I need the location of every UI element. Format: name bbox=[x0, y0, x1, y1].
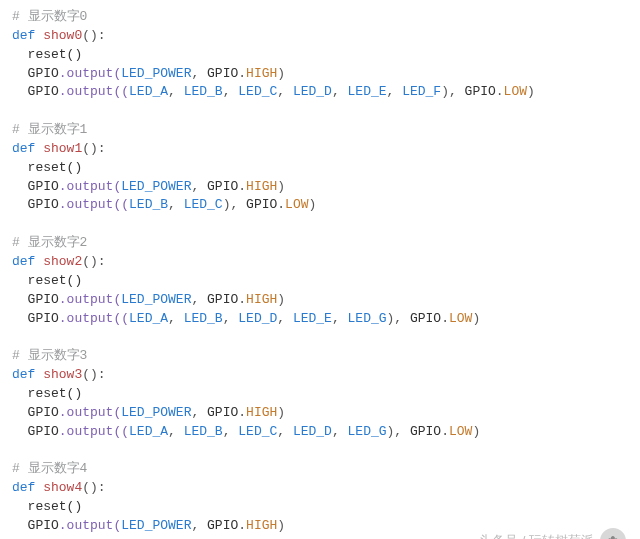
signature: (): bbox=[82, 254, 105, 269]
ident-gpio: GPIO bbox=[28, 518, 59, 533]
call-reset: reset() bbox=[28, 160, 83, 175]
ident-gpio: GPIO bbox=[207, 179, 238, 194]
blank-line bbox=[12, 328, 628, 347]
ident-gpio: GPIO bbox=[207, 292, 238, 307]
const-led-pin: LED_A bbox=[129, 424, 168, 439]
const-led-pin: LED_A bbox=[129, 311, 168, 326]
const-led-pin: LED_E bbox=[348, 84, 387, 99]
code-def-line: def show1(): bbox=[12, 140, 628, 159]
function-name: show2 bbox=[43, 254, 82, 269]
code-call-power: GPIO.output(LED_POWER, GPIO.HIGH) bbox=[12, 65, 628, 84]
code-def-line: def show0(): bbox=[12, 27, 628, 46]
const-led-pin: LED_D bbox=[238, 311, 277, 326]
method-output: .output( bbox=[59, 292, 121, 307]
blank-line bbox=[12, 102, 628, 121]
ident-gpio: GPIO bbox=[28, 84, 59, 99]
const-led-pin: LED_C bbox=[238, 84, 277, 99]
code-comment: # 显示数字4 bbox=[12, 460, 628, 479]
signature: (): bbox=[82, 28, 105, 43]
ident-gpio: GPIO bbox=[207, 66, 238, 81]
ident-gpio: GPIO bbox=[410, 424, 441, 439]
call-reset: reset() bbox=[28, 386, 83, 401]
const-low: LOW bbox=[449, 311, 472, 326]
function-name: show1 bbox=[43, 141, 82, 156]
code-def-line: def show4(): bbox=[12, 479, 628, 498]
signature: (): bbox=[82, 141, 105, 156]
code-call-power: GPIO.output(LED_POWER, GPIO.HIGH) bbox=[12, 178, 628, 197]
method-output: .output(( bbox=[59, 197, 129, 212]
ident-gpio: GPIO bbox=[410, 311, 441, 326]
function-name: show3 bbox=[43, 367, 82, 382]
ident-gpio: GPIO bbox=[28, 292, 59, 307]
code-call-power: GPIO.output(LED_POWER, GPIO.HIGH) bbox=[12, 291, 628, 310]
code-call-power: GPIO.output(LED_POWER, GPIO.HIGH) bbox=[12, 517, 628, 536]
keyword-def: def bbox=[12, 480, 35, 495]
const-led-pin: LED_B bbox=[184, 311, 223, 326]
const-led-power: LED_POWER bbox=[121, 66, 191, 81]
ident-gpio: GPIO bbox=[465, 84, 496, 99]
method-output: .output( bbox=[59, 405, 121, 420]
method-output: .output( bbox=[59, 518, 121, 533]
function-name: show0 bbox=[43, 28, 82, 43]
code-call-reset: reset() bbox=[12, 272, 628, 291]
const-high: HIGH bbox=[246, 292, 277, 307]
const-led-power: LED_POWER bbox=[121, 179, 191, 194]
code-call-output: GPIO.output((LED_B, LED_C), GPIO.LOW) bbox=[12, 196, 628, 215]
code-block: # 显示数字0def show0():reset()GPIO.output(LE… bbox=[12, 8, 628, 539]
const-led-power: LED_POWER bbox=[121, 292, 191, 307]
code-call-reset: reset() bbox=[12, 159, 628, 178]
signature: (): bbox=[82, 367, 105, 382]
signature: (): bbox=[82, 480, 105, 495]
ident-gpio: GPIO bbox=[28, 197, 59, 212]
const-led-pin: LED_C bbox=[238, 424, 277, 439]
const-led-pin: LED_D bbox=[293, 84, 332, 99]
code-comment: # 显示数字0 bbox=[12, 8, 628, 27]
const-high: HIGH bbox=[246, 518, 277, 533]
method-output: .output( bbox=[59, 179, 121, 194]
const-led-pin: LED_D bbox=[293, 424, 332, 439]
const-high: HIGH bbox=[246, 405, 277, 420]
const-led-power: LED_POWER bbox=[121, 405, 191, 420]
keyword-def: def bbox=[12, 141, 35, 156]
ident-gpio: GPIO bbox=[28, 424, 59, 439]
ident-gpio: GPIO bbox=[246, 197, 277, 212]
call-reset: reset() bbox=[28, 499, 83, 514]
keyword-def: def bbox=[12, 367, 35, 382]
code-comment: # 显示数字1 bbox=[12, 121, 628, 140]
const-led-pin: LED_E bbox=[293, 311, 332, 326]
function-name: show4 bbox=[43, 480, 82, 495]
code-def-line: def show3(): bbox=[12, 366, 628, 385]
code-call-output: GPIO.output((LED_A, LED_B, LED_C, LED_D,… bbox=[12, 423, 628, 442]
code-call-output: GPIO.output((LED_A, LED_B, LED_C, LED_D,… bbox=[12, 83, 628, 102]
call-reset: reset() bbox=[28, 47, 83, 62]
code-call-power: GPIO.output(LED_POWER, GPIO.HIGH) bbox=[12, 404, 628, 423]
method-output: .output(( bbox=[59, 424, 129, 439]
const-led-pin: LED_B bbox=[184, 84, 223, 99]
keyword-def: def bbox=[12, 28, 35, 43]
ident-gpio: GPIO bbox=[28, 405, 59, 420]
const-led-pin: LED_B bbox=[129, 197, 168, 212]
const-led-pin: LED_G bbox=[348, 311, 387, 326]
const-led-pin: LED_G bbox=[348, 424, 387, 439]
ident-gpio: GPIO bbox=[207, 518, 238, 533]
const-led-pin: LED_A bbox=[129, 84, 168, 99]
code-call-reset: reset() bbox=[12, 385, 628, 404]
code-call-output: GPIO.output((LED_B, LED_C, LED_F, LED_G)… bbox=[12, 536, 628, 539]
blank-line bbox=[12, 215, 628, 234]
const-led-pin: LED_C bbox=[184, 197, 223, 212]
const-low: LOW bbox=[285, 197, 308, 212]
code-call-output: GPIO.output((LED_A, LED_B, LED_D, LED_E,… bbox=[12, 310, 628, 329]
call-reset: reset() bbox=[28, 273, 83, 288]
ident-gpio: GPIO bbox=[28, 179, 59, 194]
ident-gpio: GPIO bbox=[28, 66, 59, 81]
code-def-line: def show2(): bbox=[12, 253, 628, 272]
const-high: HIGH bbox=[246, 66, 277, 81]
blank-line bbox=[12, 441, 628, 460]
ident-gpio: GPIO bbox=[207, 405, 238, 420]
method-output: .output(( bbox=[59, 311, 129, 326]
code-comment: # 显示数字2 bbox=[12, 234, 628, 253]
const-led-power: LED_POWER bbox=[121, 518, 191, 533]
keyword-def: def bbox=[12, 254, 35, 269]
ident-gpio: GPIO bbox=[28, 311, 59, 326]
const-led-pin: LED_F bbox=[402, 84, 441, 99]
